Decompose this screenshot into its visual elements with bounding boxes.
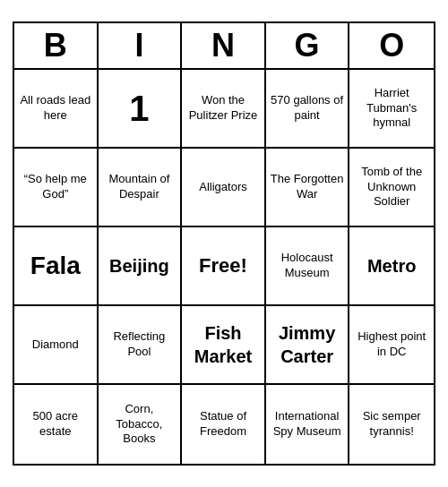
bingo-cell: Statue of Freedom	[182, 385, 266, 464]
bingo-cell: Diamond	[14, 306, 99, 385]
bingo-cell: 570 gallons of paint	[266, 70, 350, 149]
bingo-card: BINGO All roads lead here1Won the Pulitz…	[13, 21, 435, 466]
bingo-cell: All roads lead here	[14, 70, 99, 149]
header-letter: I	[99, 23, 183, 68]
bingo-cell: Metro	[349, 227, 434, 306]
bingo-cell: Beijing	[99, 227, 183, 306]
bingo-cell: “So help me God”	[14, 149, 99, 227]
bingo-cell: Reflecting Pool	[99, 306, 183, 385]
bingo-cell: Tomb of the Unknown Soldier	[349, 149, 434, 227]
bingo-cell: Free!	[182, 227, 266, 306]
header-letter: G	[266, 23, 350, 68]
bingo-cell: 1	[99, 70, 183, 149]
bingo-cell: The Forgotten War	[266, 149, 350, 227]
header-letter: O	[349, 23, 434, 68]
bingo-cell: 500 acre estate	[14, 385, 99, 464]
bingo-header: BINGO	[14, 23, 434, 70]
bingo-cell: Corn, Tobacco, Books	[99, 385, 183, 464]
bingo-cell: Won the Pulitzer Prize	[182, 70, 266, 149]
bingo-cell: Harriet Tubman's hymnal	[349, 70, 434, 149]
bingo-grid: All roads lead here1Won the Pulitzer Pri…	[14, 70, 434, 464]
bingo-cell: Sic semper tyrannis!	[349, 385, 434, 464]
header-letter: N	[182, 23, 266, 68]
bingo-cell: Alligators	[182, 149, 266, 227]
bingo-cell: Holocaust Museum	[266, 227, 350, 306]
bingo-cell: Jimmy Carter	[266, 306, 350, 385]
bingo-cell: Highest point in DC	[349, 306, 434, 385]
bingo-cell: International Spy Museum	[266, 385, 350, 464]
header-letter: B	[14, 23, 99, 68]
bingo-cell: Mountain of Despair	[99, 149, 183, 227]
bingo-cell: Fish Market	[182, 306, 266, 385]
bingo-cell: Fala	[14, 227, 99, 306]
